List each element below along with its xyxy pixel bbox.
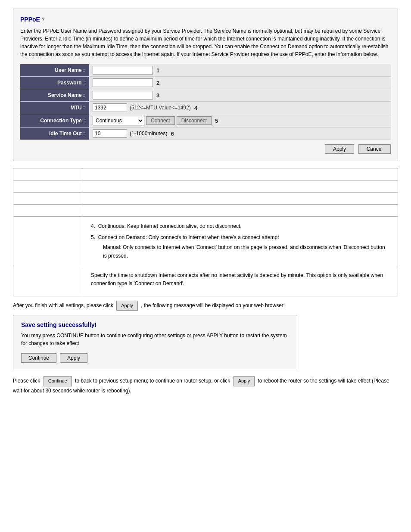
bottom-text-2: to back to previous setup menu; to conti… bbox=[75, 378, 230, 384]
desc-row-2 bbox=[13, 180, 398, 193]
bottom-text: Please click Continue to back to previou… bbox=[13, 376, 398, 395]
password-label: Password : bbox=[20, 77, 89, 89]
after-text-after: , the following message will be displaye… bbox=[141, 302, 285, 308]
desc-text-manual: Manual: Only connects to Internet when '… bbox=[103, 243, 389, 261]
user-name-row: User Name : 1 bbox=[20, 64, 391, 77]
success-description: You may press CONTINUE button to continu… bbox=[21, 332, 289, 347]
connection-type-label: Connection Type : bbox=[20, 114, 89, 128]
success-apply-button[interactable]: Apply bbox=[60, 353, 87, 363]
row-num-5: 5 bbox=[215, 118, 218, 124]
password-cell: 2 bbox=[89, 77, 391, 89]
row-num-6: 6 bbox=[171, 131, 174, 137]
cancel-button[interactable]: Cancel bbox=[358, 144, 391, 154]
service-name-cell: 3 bbox=[89, 89, 391, 102]
connect-button[interactable]: Connect bbox=[146, 116, 175, 125]
desc-content-4 bbox=[82, 205, 398, 217]
service-name-input[interactable] bbox=[93, 91, 153, 100]
desc-content-5: 4. Continuous: Keep Internet connection … bbox=[82, 217, 398, 266]
pppoe-title-text: PPPoE bbox=[20, 16, 40, 23]
disconnect-button[interactable]: Disconnect bbox=[177, 116, 212, 125]
desc-label-1 bbox=[13, 168, 82, 180]
after-text-before: After you finish with all settings, plea… bbox=[13, 302, 113, 308]
bottom-text-1: Please click bbox=[13, 378, 40, 384]
mtu-hint: (512<=MTU Value<=1492) bbox=[130, 105, 191, 111]
success-button-row: Continue Apply bbox=[21, 353, 289, 363]
desc-label-2 bbox=[13, 180, 82, 193]
desc-row-4 bbox=[13, 205, 398, 217]
desc-content-3 bbox=[82, 193, 398, 205]
after-apply-inline-btn[interactable]: Apply bbox=[116, 301, 138, 311]
continue-button[interactable]: Continue bbox=[21, 353, 56, 363]
row-num-1: 1 bbox=[156, 67, 159, 74]
connection-type-select[interactable]: ContinuousConnect on DemandManual bbox=[93, 116, 144, 125]
idle-timeout-input[interactable]: 10 bbox=[93, 129, 127, 138]
desc-row-5: 4. Continuous: Keep Internet connection … bbox=[13, 217, 398, 266]
mtu-row: MTU : 1392 (512<=MTU Value<=1492) 4 bbox=[20, 102, 391, 114]
user-name-label: User Name : bbox=[20, 64, 89, 77]
connection-type-cell: ContinuousConnect on DemandManual Connec… bbox=[89, 114, 391, 128]
desc-content-6: Specify the time to shutdown Internet co… bbox=[82, 266, 398, 296]
desc-row-3 bbox=[13, 193, 398, 205]
desc-text-4: 4. Continuous: Keep Internet connection … bbox=[91, 222, 389, 230]
after-settings-text: After you finish with all settings, plea… bbox=[13, 301, 398, 311]
desc-label-5 bbox=[13, 217, 82, 266]
desc-text-5: 5. Connect on Demand: Only connects to I… bbox=[91, 233, 389, 242]
pppoe-form-table: User Name : 1 Password : 2 Service Name … bbox=[20, 64, 391, 140]
row-num-3: 3 bbox=[156, 92, 159, 99]
bottom-apply-inline[interactable]: Apply bbox=[234, 376, 255, 386]
password-row: Password : 2 bbox=[20, 77, 391, 89]
desc-label-4 bbox=[13, 205, 82, 217]
idle-timeout-hint: (1-1000minutes) bbox=[130, 131, 167, 137]
bottom-continue-inline[interactable]: Continue bbox=[44, 376, 72, 386]
desc-row-6: Specify the time to shutdown Internet co… bbox=[13, 266, 398, 296]
user-name-cell: 1 bbox=[89, 64, 391, 77]
row-num-2: 2 bbox=[156, 80, 159, 86]
user-name-input[interactable] bbox=[93, 66, 153, 75]
apply-button[interactable]: Apply bbox=[325, 144, 354, 154]
pppoe-description: Enter the PPPoE User Name and Password a… bbox=[20, 27, 391, 58]
idle-timeout-label: Idle Time Out : bbox=[20, 128, 89, 140]
service-name-label: Service Name : bbox=[20, 89, 89, 102]
row-num-4: 4 bbox=[194, 105, 197, 111]
pppoe-panel: PPPoE ? Enter the PPPoE User Name and Pa… bbox=[13, 9, 398, 161]
desc-row-1 bbox=[13, 168, 398, 180]
service-name-row: Service Name : 3 bbox=[20, 89, 391, 102]
description-table: 4. Continuous: Keep Internet connection … bbox=[13, 168, 398, 296]
idle-timeout-row: Idle Time Out : 10 (1-1000minutes) 6 bbox=[20, 128, 391, 140]
desc-content-2 bbox=[82, 180, 398, 193]
help-icon[interactable]: ? bbox=[42, 17, 45, 22]
pppoe-title: PPPoE ? bbox=[20, 16, 391, 23]
idle-timeout-cell: 10 (1-1000minutes) 6 bbox=[89, 128, 391, 140]
desc-content-1 bbox=[82, 168, 398, 180]
desc-label-3 bbox=[13, 193, 82, 205]
mtu-label: MTU : bbox=[20, 102, 89, 114]
success-title: Save setting successfully! bbox=[21, 321, 289, 328]
mtu-cell: 1392 (512<=MTU Value<=1492) 4 bbox=[89, 102, 391, 114]
desc-label-6 bbox=[13, 266, 82, 296]
mtu-input[interactable]: 1392 bbox=[93, 103, 127, 112]
password-input[interactable] bbox=[93, 78, 153, 87]
form-button-row: Apply Cancel bbox=[20, 144, 391, 154]
success-panel: Save setting successfully! You may press… bbox=[13, 315, 297, 369]
connection-type-row: Connection Type : ContinuousConnect on D… bbox=[20, 114, 391, 128]
